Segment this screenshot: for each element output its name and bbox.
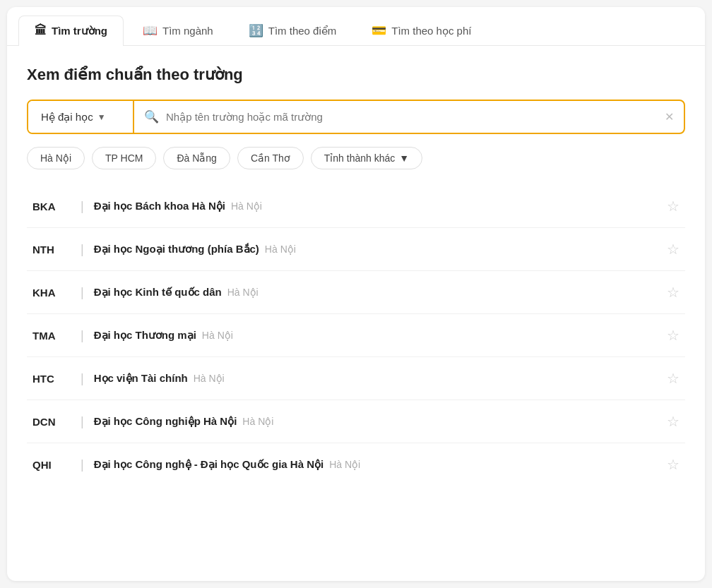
school-location-1: Hà Nội — [265, 244, 296, 255]
separator-5: | — [75, 414, 90, 429]
tab-hocphi-icon: 💳 — [372, 23, 386, 38]
chevron-down-icon: ▼ — [97, 112, 106, 122]
location-btn-tphcm[interactable]: TP HCM — [92, 147, 156, 169]
search-input[interactable] — [166, 101, 658, 133]
clear-icon[interactable]: ✕ — [665, 110, 674, 124]
location-btn-hanoi[interactable]: Hà Nội — [27, 147, 85, 169]
location-btn-other[interactable]: Tỉnh thành khác▼ — [311, 147, 422, 169]
tab-hocphi-label: Tìm theo học phí — [391, 25, 471, 37]
school-code-0: BKA — [32, 200, 75, 212]
school-info-1: NTH | Đại học Ngoại thương (phía Bắc) Hà… — [32, 242, 667, 257]
school-location-6: Hà Nội — [329, 459, 360, 470]
school-name-6: Đại học Công nghệ - Đại học Quốc gia Hà … — [94, 458, 324, 471]
page-title: Xem điểm chuẩn theo trường — [27, 66, 685, 84]
school-code-3: TMA — [32, 330, 75, 342]
school-item-tma[interactable]: TMA | Đại học Thương mại Hà Nội ☆ — [27, 314, 685, 357]
tab-diem-label: Tìm theo điểm — [268, 25, 337, 37]
school-info-5: DCN | Đại học Công nghiệp Hà Nội Hà Nội — [32, 414, 667, 429]
search-icon: 🔍 — [144, 109, 159, 124]
location-filters: Hà NộiTP HCMĐà NẵngCần ThơTỉnh thành khá… — [27, 147, 685, 169]
school-name-5: Đại học Công nghiệp Hà Nội — [94, 415, 237, 428]
school-location-2: Hà Nội — [227, 287, 259, 298]
level-select-label: Hệ đại học — [41, 111, 93, 124]
school-code-6: QHI — [32, 459, 75, 471]
star-icon-5[interactable]: ☆ — [667, 413, 680, 430]
star-icon-3[interactable]: ☆ — [667, 327, 680, 344]
tab-hocphi[interactable]: 💳Tìm theo học phí — [355, 16, 487, 45]
school-list: BKA | Đại học Bách khoa Hà Nội Hà Nội ☆ … — [27, 185, 685, 486]
school-info-2: KHA | Đại học Kinh tế quốc dân Hà Nội — [32, 285, 667, 300]
school-code-1: NTH — [32, 244, 75, 256]
tab-truong-label: Tìm trường — [52, 25, 107, 37]
school-code-4: HTC — [32, 373, 75, 385]
school-code-5: DCN — [32, 416, 75, 428]
main-content: Xem điểm chuẩn theo trường Hệ đại học ▼ … — [7, 46, 705, 500]
school-item-dcn[interactable]: DCN | Đại học Công nghiệp Hà Nội Hà Nội … — [27, 400, 685, 443]
tab-truong-icon: 🏛 — [35, 24, 47, 38]
star-icon-1[interactable]: ☆ — [667, 241, 680, 258]
star-icon-6[interactable]: ☆ — [667, 456, 680, 473]
separator-1: | — [75, 242, 90, 257]
school-item-htc[interactable]: HTC | Học viện Tài chính Hà Nội ☆ — [27, 357, 685, 400]
school-name-1: Đại học Ngoại thương (phía Bắc) — [94, 243, 259, 256]
school-item-bka[interactable]: BKA | Đại học Bách khoa Hà Nội Hà Nội ☆ — [27, 185, 685, 228]
school-item-kha[interactable]: KHA | Đại học Kinh tế quốc dân Hà Nội ☆ — [27, 271, 685, 314]
school-location-0: Hà Nội — [231, 200, 262, 212]
star-icon-4[interactable]: ☆ — [667, 370, 680, 387]
school-name-4: Học viện Tài chính — [94, 372, 188, 385]
tab-nganh-label: Tìm ngành — [162, 25, 213, 37]
star-icon-0[interactable]: ☆ — [667, 198, 680, 215]
location-btn-danang[interactable]: Đà Nẵng — [163, 147, 230, 169]
search-row: Hệ đại học ▼ 🔍 ✕ — [27, 100, 685, 134]
school-name-3: Đại học Thương mại — [94, 329, 196, 342]
star-icon-2[interactable]: ☆ — [667, 284, 680, 301]
school-item-nth[interactable]: NTH | Đại học Ngoại thương (phía Bắc) Hà… — [27, 228, 685, 271]
school-info-3: TMA | Đại học Thương mại Hà Nội — [32, 328, 667, 343]
school-name-0: Đại học Bách khoa Hà Nội — [94, 200, 225, 212]
school-code-2: KHA — [32, 287, 75, 299]
separator-0: | — [75, 199, 90, 214]
school-info-0: BKA | Đại học Bách khoa Hà Nội Hà Nội — [32, 199, 667, 214]
tab-nganh[interactable]: 📖Tìm ngành — [126, 16, 230, 45]
separator-6: | — [75, 457, 90, 472]
school-item-qhi[interactable]: QHI | Đại học Công nghệ - Đại học Quốc g… — [27, 443, 685, 486]
tab-diem[interactable]: 🔢Tìm theo điểm — [232, 16, 353, 45]
search-input-wrap: 🔍 ✕ — [134, 101, 684, 133]
location-label-other: Tỉnh thành khác — [324, 152, 396, 164]
location-btn-cantho[interactable]: Cần Thơ — [237, 147, 304, 169]
school-location-5: Hà Nội — [242, 416, 273, 427]
school-location-4: Hà Nội — [194, 373, 225, 384]
tab-truong[interactable]: 🏛Tìm trường — [18, 16, 124, 46]
school-info-4: HTC | Học viện Tài chính Hà Nội — [32, 371, 667, 386]
separator-2: | — [75, 285, 90, 300]
main-container: 🏛Tìm trường📖Tìm ngành🔢Tìm theo điểm💳Tìm … — [7, 7, 705, 581]
level-select-button[interactable]: Hệ đại học ▼ — [28, 101, 134, 133]
tab-nganh-icon: 📖 — [143, 23, 158, 38]
school-name-2: Đại học Kinh tế quốc dân — [94, 286, 222, 299]
school-location-3: Hà Nội — [202, 330, 233, 341]
separator-3: | — [75, 328, 90, 343]
tab-diem-icon: 🔢 — [249, 23, 263, 38]
tab-bar: 🏛Tìm trường📖Tìm ngành🔢Tìm theo điểm💳Tìm … — [7, 7, 705, 46]
chevron-down-icon: ▼ — [399, 152, 409, 164]
separator-4: | — [75, 371, 90, 386]
school-info-6: QHI | Đại học Công nghệ - Đại học Quốc g… — [32, 457, 667, 472]
